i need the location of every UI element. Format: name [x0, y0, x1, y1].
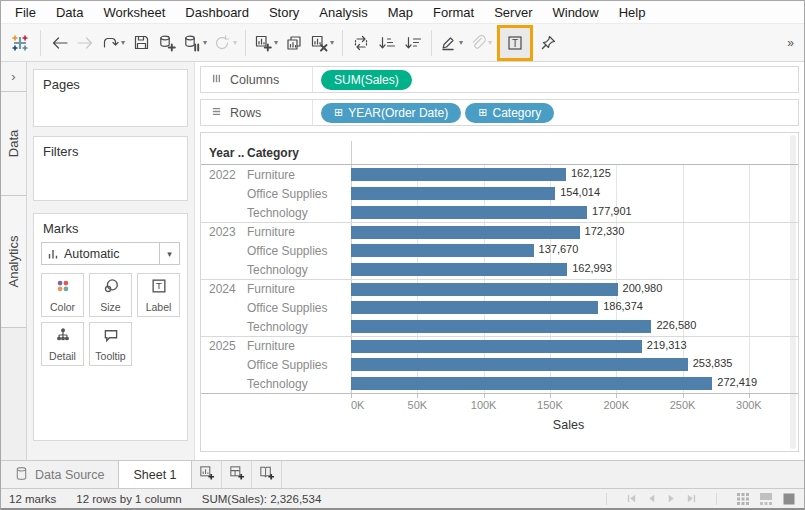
- last-page-button[interactable]: [686, 493, 697, 504]
- toolbar-overflow-button[interactable]: »: [783, 36, 798, 50]
- bar-mark[interactable]: [351, 244, 534, 257]
- filmstrip-view-icon[interactable]: [759, 492, 773, 506]
- clear-sheet-dropdown-caret[interactable]: ▾: [330, 38, 334, 47]
- pages-shelf[interactable]: Pages: [33, 69, 188, 127]
- label-button[interactable]: T Label: [137, 273, 180, 317]
- sort-descending-button[interactable]: [400, 29, 426, 57]
- x-axis[interactable]: 0K50K100K150K200K250K300K: [351, 394, 786, 416]
- first-page-button[interactable]: [626, 493, 637, 504]
- show-mark-labels-button[interactable]: T: [502, 29, 528, 57]
- data-source-cylinder-icon: [15, 466, 28, 484]
- category-row-header[interactable]: Office Supplies: [247, 244, 351, 258]
- bar-mark[interactable]: [351, 187, 555, 200]
- category-row-header[interactable]: Furniture: [247, 282, 351, 296]
- next-page-button[interactable]: [666, 493, 677, 504]
- tab-data[interactable]: Data: [1, 92, 26, 196]
- bar-mark[interactable]: [351, 377, 712, 390]
- save-button[interactable]: [128, 29, 154, 57]
- bar-mark[interactable]: [351, 340, 642, 353]
- category-row-header[interactable]: Furniture: [247, 339, 351, 353]
- category-row-header[interactable]: Office Supplies: [247, 301, 351, 315]
- pill-category[interactable]: ⊞ Category: [465, 103, 554, 123]
- new-dashboard-button[interactable]: [222, 461, 252, 488]
- bar-mark[interactable]: [351, 226, 580, 239]
- group-members-button[interactable]: ▾: [466, 29, 495, 57]
- year-column-header[interactable]: Year ..: [201, 146, 247, 160]
- menu-map[interactable]: Map: [378, 1, 423, 24]
- presentation-mode-icon[interactable]: [782, 492, 796, 506]
- category-row-header[interactable]: Furniture: [247, 168, 351, 182]
- bar-mark[interactable]: [351, 301, 598, 314]
- tooltip-button[interactable]: Tooltip: [89, 322, 132, 366]
- new-data-source-button[interactable]: [154, 29, 180, 57]
- undo-button[interactable]: [46, 29, 72, 57]
- category-row-header[interactable]: Office Supplies: [247, 358, 351, 372]
- category-row-header[interactable]: Technology: [247, 377, 351, 391]
- tab-sheet-1[interactable]: Sheet 1: [118, 461, 191, 488]
- pill-sum-sales[interactable]: SUM(Sales): [321, 70, 412, 90]
- category-row-header[interactable]: Technology: [247, 263, 351, 277]
- category-column-header[interactable]: Category: [247, 146, 351, 160]
- year-row-header[interactable]: 2023: [201, 225, 247, 239]
- menu-dashboard[interactable]: Dashboard: [175, 1, 259, 24]
- menu-story[interactable]: Story: [259, 1, 309, 24]
- new-story-button[interactable]: [252, 461, 282, 488]
- rows-shelf[interactable]: Rows ⊞ YEAR(Order Date) ⊞ Category: [200, 99, 799, 126]
- menu-analysis[interactable]: Analysis: [309, 1, 377, 24]
- detail-button[interactable]: Detail: [41, 322, 84, 366]
- replay-button[interactable]: ▾: [98, 29, 128, 57]
- size-button[interactable]: Size: [89, 273, 132, 317]
- bar-mark[interactable]: [351, 320, 651, 333]
- color-button[interactable]: Color: [41, 273, 84, 317]
- menu-format[interactable]: Format: [423, 1, 484, 24]
- expand-pane-button[interactable]: ›: [1, 62, 26, 92]
- group-members-dropdown-caret[interactable]: ▾: [488, 38, 492, 47]
- tab-analytics[interactable]: Analytics: [1, 196, 26, 328]
- bar-mark[interactable]: [351, 358, 688, 371]
- expand-icon[interactable]: ⊞: [334, 106, 343, 119]
- clear-sheet-button[interactable]: ▾: [307, 29, 337, 57]
- run-auto-updates-button[interactable]: ▾: [210, 29, 240, 57]
- bar-mark[interactable]: [351, 283, 618, 296]
- new-worksheet-dropdown-caret[interactable]: ▾: [274, 38, 278, 47]
- year-row-header[interactable]: 2025: [201, 339, 247, 353]
- duplicate-sheet-button[interactable]: [281, 29, 307, 57]
- category-row-header[interactable]: Technology: [247, 320, 351, 334]
- sort-ascending-button[interactable]: [374, 29, 400, 57]
- fix-axes-button[interactable]: [535, 29, 561, 57]
- new-worksheet-button[interactable]: [192, 461, 222, 488]
- menu-file[interactable]: File: [5, 1, 46, 24]
- bar-mark[interactable]: [351, 263, 567, 276]
- replay-dropdown-caret[interactable]: ▾: [121, 38, 125, 47]
- highlight-button[interactable]: ▾: [437, 29, 466, 57]
- pause-auto-updates-dropdown-caret[interactable]: ▾: [203, 38, 207, 47]
- mark-type-dropdown[interactable]: Automatic ▾: [41, 242, 180, 265]
- category-row-header[interactable]: Furniture: [247, 225, 351, 239]
- menu-window[interactable]: Window: [542, 1, 608, 24]
- tab-data-source[interactable]: Data Source: [1, 461, 118, 488]
- highlight-dropdown-caret[interactable]: ▾: [459, 38, 463, 47]
- columns-shelf[interactable]: Columns SUM(Sales): [200, 66, 799, 93]
- year-row-header[interactable]: 2022: [201, 168, 247, 182]
- year-row-header[interactable]: 2024: [201, 282, 247, 296]
- svg-text:T: T: [512, 38, 518, 49]
- pause-auto-updates-button[interactable]: ▾: [180, 29, 210, 57]
- bar-mark[interactable]: [351, 168, 566, 181]
- marks-title: Marks: [34, 214, 187, 236]
- expand-icon[interactable]: ⊞: [478, 106, 487, 119]
- filters-shelf[interactable]: Filters: [33, 136, 188, 201]
- category-row-header[interactable]: Technology: [247, 206, 351, 220]
- menu-data[interactable]: Data: [46, 1, 93, 24]
- menu-help[interactable]: Help: [609, 1, 656, 24]
- menu-server[interactable]: Server: [484, 1, 542, 24]
- menu-worksheet[interactable]: Worksheet: [93, 1, 175, 24]
- bar-mark[interactable]: [351, 206, 587, 219]
- category-row-header[interactable]: Office Supplies: [247, 187, 351, 201]
- swap-rows-columns-button[interactable]: [348, 29, 374, 57]
- previous-page-button[interactable]: [646, 493, 657, 504]
- new-worksheet-button[interactable]: ▾: [251, 29, 281, 57]
- run-auto-updates-dropdown-caret[interactable]: ▾: [233, 38, 237, 47]
- pill-year-order-date[interactable]: ⊞ YEAR(Order Date): [321, 103, 461, 123]
- show-me-grid-icon[interactable]: [736, 492, 750, 506]
- redo-button[interactable]: [72, 29, 98, 57]
